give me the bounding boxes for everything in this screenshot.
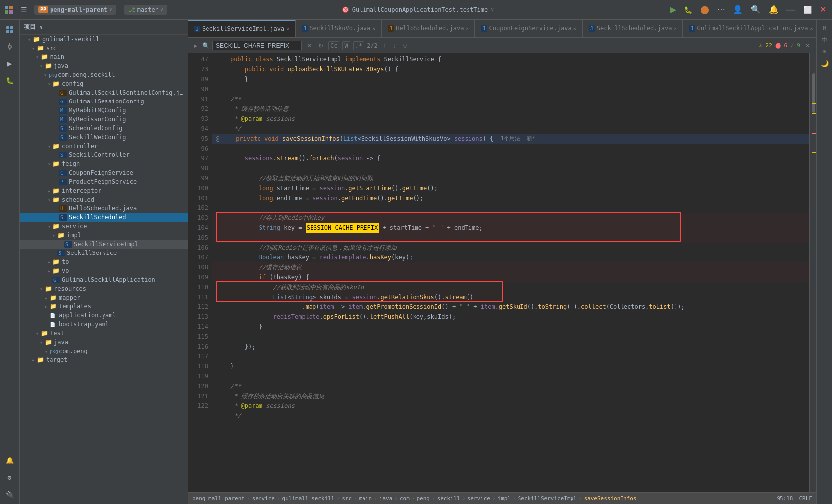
tree-item-application-yaml[interactable]: 📄 application.yaml xyxy=(20,311,188,320)
tree-item-to[interactable]: ▸ 📁 to xyxy=(20,257,188,266)
tree-item-GulimallSeckillApplication[interactable]: G GulimallSeckillApplication xyxy=(20,275,188,284)
tab-SeckillScheduled[interactable]: J SeckillScheduled.java ✕ xyxy=(583,20,683,37)
tree-item-java[interactable]: ▾ 📁 java xyxy=(20,61,188,70)
search-input[interactable] xyxy=(212,41,302,50)
search-settings-close[interactable]: ✕ xyxy=(803,41,812,50)
minimize-button[interactable]: — xyxy=(784,2,797,17)
search-global-button[interactable]: 🔍 xyxy=(749,3,763,16)
breadcrumb-impl[interactable]: impl xyxy=(498,495,511,502)
search-expand-icon[interactable]: ▸ xyxy=(192,41,199,50)
tree-item-gulimall-seckill[interactable]: ▾ 📁 gulimall-seckill xyxy=(20,35,188,44)
close-button[interactable]: ✕ xyxy=(818,3,828,16)
maximize-button[interactable]: ⬜ xyxy=(801,4,814,16)
breadcrumb-com[interactable]: com xyxy=(400,495,410,502)
tab-close-icon[interactable]: ✕ xyxy=(466,26,468,31)
tree-item-main[interactable]: ▾ 📁 main xyxy=(20,52,188,61)
tree-item-bootstrap-yaml[interactable]: 📄 bootstrap.yaml xyxy=(20,320,188,329)
tree-item-resources[interactable]: ▾ 📁 resources xyxy=(20,284,188,293)
breadcrumb-service-2[interactable]: service xyxy=(468,495,490,502)
search-whole-word[interactable]: W xyxy=(342,41,350,50)
breadcrumb-seckill[interactable]: seckill xyxy=(437,495,460,502)
tree-item-src[interactable]: ▾ 📁 src xyxy=(20,44,188,52)
right-icon-moon[interactable]: 🌙 xyxy=(819,57,831,69)
breadcrumb-main[interactable]: main xyxy=(359,495,372,502)
tree-item-package[interactable]: ▾ pkg com.peng.seckill xyxy=(20,70,188,79)
tree-item-test[interactable]: ▾ 📁 test xyxy=(20,329,188,338)
tree-item-java-test[interactable]: ▾ 📁 java xyxy=(20,338,188,347)
coverage-button[interactable]: ⬤ xyxy=(698,3,711,16)
tab-close-icon[interactable]: ✕ xyxy=(286,26,289,32)
tab-close-icon[interactable]: ✕ xyxy=(674,26,676,31)
debug-button[interactable]: 🐛 xyxy=(682,4,694,16)
tree-item-ProductFeignService[interactable]: P ProductFeignService xyxy=(20,177,188,186)
tree-item-com-peng[interactable]: ▾ pkg com.peng xyxy=(20,347,188,355)
search-refresh-button[interactable]: ↻ xyxy=(316,41,325,50)
sidebar-icon-plugins[interactable]: 🔌 xyxy=(2,486,18,502)
sidebar-icon-run[interactable]: ▶ xyxy=(2,55,18,71)
code-content[interactable]: public class SeckillServiceImpl implemen… xyxy=(212,53,809,492)
tree-item-GulimallSessionConfig[interactable]: G GulimallSessionConfig xyxy=(20,97,188,106)
tab-close-icon[interactable]: ✕ xyxy=(810,26,813,31)
tab-HelloScheduled[interactable]: J HelloScheduled.java ✕ xyxy=(382,20,475,37)
tree-item-CouponFeignService[interactable]: C CouponFeignService xyxy=(20,168,188,177)
tree-item-impl[interactable]: ▾ 📁 impl xyxy=(20,231,188,240)
tree-item-service[interactable]: ▾ 📁 service xyxy=(20,222,188,231)
sidebar-icon-settings[interactable]: ⚙ xyxy=(2,469,18,485)
more-button[interactable]: ⋯ xyxy=(715,3,727,16)
tree-item-HelloScheduled[interactable]: H HelloScheduled.java xyxy=(20,204,188,213)
breadcrumb-java[interactable]: java xyxy=(379,495,393,502)
sidebar-icon-debug[interactable]: 🐛 xyxy=(2,72,18,88)
tab-close-icon[interactable]: ✕ xyxy=(372,26,375,31)
tab-close-icon[interactable]: ✕ xyxy=(573,26,576,31)
right-icon-notifications[interactable]: M xyxy=(819,22,831,34)
menu-icon[interactable]: ☰ xyxy=(18,5,30,15)
tree-item-controller[interactable]: ▾ 📁 controller xyxy=(20,142,188,151)
search-filter-button[interactable]: ▽ xyxy=(401,41,409,50)
search-match-case[interactable]: Cc xyxy=(328,41,339,50)
search-prev-button[interactable]: ↑ xyxy=(381,41,388,50)
right-icon-sun[interactable]: ☀ xyxy=(819,46,831,57)
tree-item-SeckillController[interactable]: S SeckillController xyxy=(20,151,188,159)
sidebar-icon-commit[interactable] xyxy=(2,39,18,54)
user-button[interactable]: 👤 xyxy=(731,3,745,16)
right-icon-db[interactable]: 中 xyxy=(819,34,831,46)
scroll-handle[interactable] xyxy=(812,73,815,113)
tab-SeckillServiceImpl[interactable]: J SeckillServiceImpl.java ✕ xyxy=(188,20,296,37)
tree-item-interceptor[interactable]: ▸ 📁 interceptor xyxy=(20,186,188,195)
tree-item-SeckillServiceImpl[interactable]: S SeckillServiceImpl xyxy=(20,240,188,249)
tab-SeckillSkuVo[interactable]: J SeckillSkuVo.java ✕ xyxy=(296,20,382,37)
tree-item-mapper[interactable]: ▸ 📁 mapper xyxy=(20,293,188,302)
tab-GulimallSeckillApplication[interactable]: J GulimallSeckillApplication.java ✕ xyxy=(683,20,816,37)
search-next-button[interactable]: ↓ xyxy=(391,41,398,50)
tree-item-config[interactable]: ▾ 📁 config xyxy=(20,79,188,88)
tree-item-MyRedissonConfig[interactable]: M MyRedissonConfig xyxy=(20,115,188,124)
sidebar-icon-notifications[interactable]: 🔔 xyxy=(2,453,18,468)
run-button[interactable]: ▶ xyxy=(668,3,678,16)
sidebar-icon-project[interactable] xyxy=(2,22,18,38)
tree-item-vo[interactable]: ▸ 📁 vo xyxy=(20,266,188,275)
notifications-button[interactable]: 🔔 xyxy=(767,3,780,16)
search-close-button[interactable]: ✕ xyxy=(305,41,313,50)
breadcrumb-service[interactable]: service xyxy=(252,495,275,502)
tree-item-SeckillScheduled[interactable]: S SeckillScheduled xyxy=(20,213,188,222)
project-selector[interactable]: PP peng-mall-parent ∨ xyxy=(34,5,116,15)
tree-item-scheduled[interactable]: ▾ 📁 scheduled xyxy=(20,195,188,204)
tree-item-SeckillService[interactable]: S SeckillService xyxy=(20,249,188,257)
tree-item-MyRabbitMQConfig[interactable]: M MyRabbitMQConfig xyxy=(20,106,188,115)
branch-selector[interactable]: ⎇ master ∨ xyxy=(124,5,167,15)
breadcrumb-SeckillServiceImpl[interactable]: SeckillServiceImpl xyxy=(518,495,577,502)
tree-item-feign[interactable]: ▾ 📁 feign xyxy=(20,159,188,168)
tree-item-templates[interactable]: ▸ 📁 templates xyxy=(20,302,188,311)
tab-CouponFeignService[interactable]: J CouponFeignService.java ✕ xyxy=(475,20,582,37)
tree-item-GulimallSeckillSentinelConfig[interactable]: G GulimallSeckillSentinelConfig.java xyxy=(20,88,188,97)
breadcrumb-peng[interactable]: peng xyxy=(416,495,430,502)
breadcrumb-gulimall-seckill[interactable]: gulimall-seckill xyxy=(282,495,335,502)
breadcrumb-saveSessionInfos[interactable]: saveSessionInfos xyxy=(584,495,636,502)
breadcrumb-peng-mall-parent[interactable]: peng-mall-parent xyxy=(192,495,245,502)
tree-item-target[interactable]: ▸ 📁 target xyxy=(20,355,188,364)
tree-item-SeckillWebConfig[interactable]: S SeckillWebConfig xyxy=(20,133,188,142)
breadcrumb-src[interactable]: src xyxy=(342,495,352,502)
editor-scrollbar[interactable] xyxy=(809,53,816,492)
search-regex[interactable]: .* xyxy=(353,41,364,50)
tree-item-ScheduledConfig[interactable]: S ScheduledConfig xyxy=(20,124,188,133)
